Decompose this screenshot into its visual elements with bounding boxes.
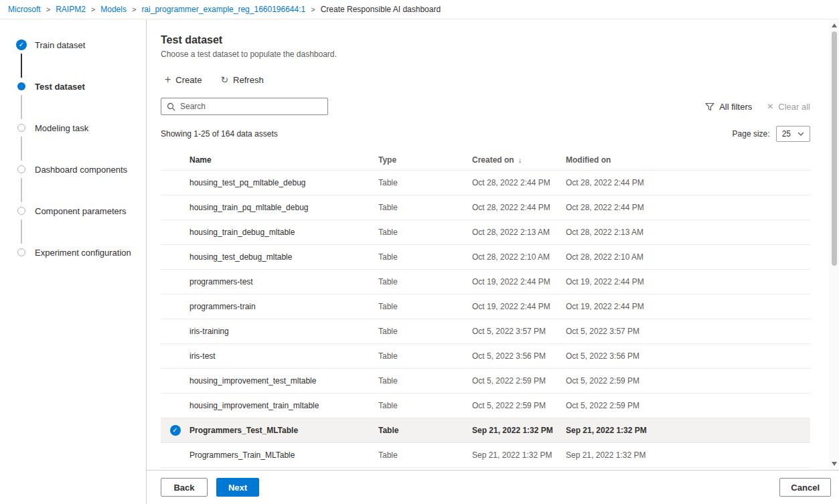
cell-modified: Oct 5, 2022 2:59 PM xyxy=(566,401,810,410)
cell-modified: Oct 5, 2022 3:57 PM xyxy=(566,327,810,336)
vertical-scrollbar[interactable] xyxy=(829,19,839,470)
table-row[interactable]: iris-testTableOct 5, 2022 3:56 PMOct 5, … xyxy=(161,344,810,369)
table-row[interactable]: housing_improvement_train_mltableTableOc… xyxy=(161,394,810,418)
table-row[interactable]: housing_improvement_test_mltableTableOct… xyxy=(161,369,810,394)
cell-created: Oct 19, 2022 2:44 PM xyxy=(472,277,566,286)
scroll-up-arrow-icon[interactable] xyxy=(832,23,837,27)
step-rail: ✓ xyxy=(16,39,27,81)
cell-created: Oct 5, 2022 3:57 PM xyxy=(472,327,566,336)
cell-modified: Oct 28, 2022 2:10 AM xyxy=(566,252,810,262)
search-input[interactable] xyxy=(180,102,322,111)
column-header-created[interactable]: Created on↓ xyxy=(472,155,566,165)
next-button[interactable]: Next xyxy=(216,478,259,497)
clear-all-button[interactable]: ✕ Clear all xyxy=(767,102,810,112)
cell-name: programmers-train xyxy=(189,302,378,311)
wizard-step-experiment-configuration[interactable]: Experiment configuration xyxy=(16,247,139,258)
refresh-button[interactable]: ↻ Refresh xyxy=(216,73,267,87)
column-header-name[interactable]: Name xyxy=(189,155,378,165)
wizard-step-test-dataset[interactable]: Test dataset xyxy=(16,81,139,122)
breadcrumb-separator-icon: > xyxy=(91,5,95,13)
cell-created: Oct 28, 2022 2:10 AM xyxy=(472,252,566,262)
step-upcoming-circle-icon xyxy=(17,207,25,215)
breadcrumb-link[interactable]: rai_programmer_example_reg_1660196644:1 xyxy=(141,5,305,14)
cell-modified: Oct 5, 2022 2:59 PM xyxy=(566,376,810,386)
step-label: Component parameters xyxy=(35,205,127,247)
all-filters-button[interactable]: All filters xyxy=(705,102,752,112)
wizard-step-modeling-task[interactable]: Modeling task xyxy=(16,122,139,164)
search-filter-row: All filters ✕ Clear all xyxy=(161,98,810,115)
cell-modified: Oct 28, 2022 2:44 PM xyxy=(566,178,810,187)
breadcrumb-link[interactable]: Microsoft xyxy=(8,5,41,14)
cell-modified: Oct 5, 2022 3:56 PM xyxy=(566,351,810,361)
table-row[interactable]: ✓Programmers_Test_MLTableTableSep 21, 20… xyxy=(161,418,810,443)
cell-type: Table xyxy=(378,203,472,212)
cell-name: housing_improvement_test_mltable xyxy=(189,376,378,386)
step-rail xyxy=(16,247,27,258)
search-box xyxy=(161,98,328,115)
cell-name: Programmers_Train_MLTable xyxy=(189,450,378,460)
breadcrumb-link[interactable]: Models xyxy=(100,5,127,14)
column-header-label: Name xyxy=(189,155,212,165)
refresh-icon: ↻ xyxy=(220,75,228,84)
results-summary-row: Showing 1-25 of 164 data assets Page siz… xyxy=(161,126,810,142)
wizard-step-component-parameters[interactable]: Component parameters xyxy=(16,205,139,247)
cancel-button[interactable]: Cancel xyxy=(779,478,831,497)
cell-modified: Oct 19, 2022 2:44 PM xyxy=(566,277,810,286)
main-panel: Test dataset Choose a test dataset to po… xyxy=(147,19,839,504)
cell-created: Oct 5, 2022 2:59 PM xyxy=(472,401,566,410)
cell-type: Table xyxy=(378,351,472,361)
table-row[interactable]: housing_test_pq_mltable_debugTableOct 28… xyxy=(161,171,810,195)
step-connector xyxy=(21,137,22,161)
back-button[interactable]: Back xyxy=(161,478,208,497)
breadcrumb-separator-icon: > xyxy=(132,5,136,13)
wizard-step-train-dataset[interactable]: ✓Train dataset xyxy=(16,39,139,81)
chevron-down-icon xyxy=(797,132,804,136)
step-rail xyxy=(16,205,27,247)
create-button-label: Create xyxy=(175,75,202,85)
wizard-step-dashboard-components[interactable]: Dashboard components xyxy=(16,164,139,205)
breadcrumb: Microsoft>RAIPM2>Models>rai_programmer_e… xyxy=(0,0,839,19)
cell-modified: Sep 21, 2022 1:32 PM xyxy=(566,450,810,460)
refresh-button-label: Refresh xyxy=(233,75,264,85)
create-button[interactable]: + Create xyxy=(161,72,206,87)
column-header-label: Type xyxy=(378,155,396,165)
cell-type: Table xyxy=(378,327,472,336)
cell-created: Oct 28, 2022 2:44 PM xyxy=(472,203,566,212)
step-label: Test dataset xyxy=(35,81,85,122)
content-area: Test dataset Choose a test dataset to po… xyxy=(147,19,839,470)
cell-created: Sep 21, 2022 1:32 PM xyxy=(472,426,566,435)
dataset-table: NameTypeCreated on↓Modified on housing_t… xyxy=(161,150,810,468)
table-row[interactable]: housing_test_debug_mltableTableOct 28, 2… xyxy=(161,245,810,270)
filter-funnel-icon xyxy=(705,102,714,111)
scrollbar-thumb[interactable] xyxy=(832,31,837,266)
create-rai-dashboard-wizard: ✓Train datasetTest datasetModeling taskD… xyxy=(0,19,839,504)
table-row[interactable]: programmers-testTableOct 19, 2022 2:44 P… xyxy=(161,270,810,295)
table-row[interactable]: housing_train_pq_mltable_debugTableOct 2… xyxy=(161,195,810,220)
cell-created: Oct 19, 2022 2:44 PM xyxy=(472,302,566,311)
breadcrumb-link[interactable]: RAIPM2 xyxy=(56,5,86,14)
row-select-cell[interactable]: ✓ xyxy=(161,425,189,436)
scroll-down-arrow-icon[interactable] xyxy=(832,462,837,466)
step-rail xyxy=(16,81,27,122)
page-size-control: Page size: 25 xyxy=(733,126,810,142)
breadcrumb-separator-icon: > xyxy=(46,5,50,13)
step-connector xyxy=(21,178,22,202)
column-header-modified[interactable]: Modified on xyxy=(566,155,810,165)
table-row[interactable]: housing_train_debug_mltableTableOct 28, … xyxy=(161,220,810,245)
cell-name: Programmers_Test_MLTable xyxy=(189,426,378,435)
step-upcoming-circle-icon xyxy=(17,248,25,256)
cell-type: Table xyxy=(378,228,472,237)
sort-descending-icon: ↓ xyxy=(518,156,522,164)
table-row[interactable]: iris-trainingTableOct 5, 2022 3:57 PMOct… xyxy=(161,319,810,344)
filter-actions: All filters ✕ Clear all xyxy=(705,102,810,112)
table-row[interactable]: programmers-trainTableOct 19, 2022 2:44 … xyxy=(161,295,810,319)
cell-name: programmers-test xyxy=(189,277,378,286)
table-row[interactable]: Programmers_Train_MLTableTableSep 21, 20… xyxy=(161,443,810,468)
cell-type: Table xyxy=(378,376,472,386)
step-rail xyxy=(16,122,27,164)
cell-type: Table xyxy=(378,426,472,435)
column-header-type[interactable]: Type xyxy=(378,155,472,165)
cell-name: housing_test_debug_mltable xyxy=(189,252,378,262)
search-icon xyxy=(167,102,175,111)
page-size-select[interactable]: 25 xyxy=(776,126,810,142)
